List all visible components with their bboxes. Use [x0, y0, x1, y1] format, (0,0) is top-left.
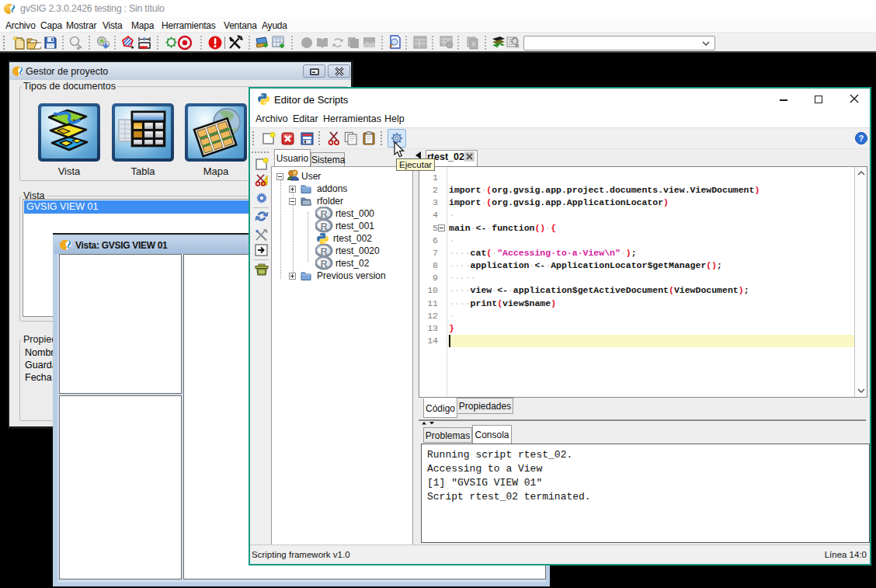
- svg-text:R: R: [321, 258, 328, 270]
- svg-text:R: R: [321, 221, 328, 232]
- svg-text:?: ?: [859, 134, 864, 143]
- svg-text:?: ?: [143, 37, 146, 42]
- svg-text:R: R: [321, 208, 328, 220]
- svg-text:R: R: [321, 245, 328, 257]
